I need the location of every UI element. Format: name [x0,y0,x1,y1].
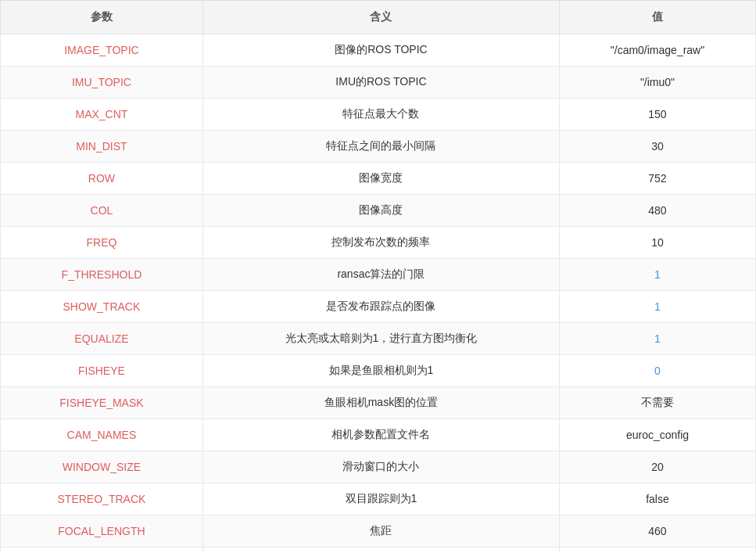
cell-param: FREQ [1,227,203,259]
cell-value: 752 [559,163,755,195]
col-header-param: 参数 [1,1,203,34]
cell-value: 1 [559,259,755,291]
cell-value: 0 [559,355,755,387]
table-row: PUB_THIS_FRAME是否需要发布特征点false [1,548,756,554]
cell-value: 460 [559,515,755,548]
table-row: F_THRESHOLDransac算法的门限1 [1,259,756,291]
cell-meaning: 光太亮或太暗则为1，进行直方图均衡化 [202,323,559,355]
cell-value: 30 [559,131,755,163]
table-row: COL图像高度480 [1,195,756,227]
params-table: 参数 含义 值 IMAGE_TOPIC图像的ROS TOPIC"/cam0/im… [0,0,756,553]
cell-param: FOCAL_LENGTH [1,515,203,548]
cell-meaning: 图像宽度 [202,163,559,195]
cell-value: 10 [559,227,755,259]
cell-param: IMAGE_TOPIC [1,34,203,66]
cell-param: STEREO_TRACK [1,483,203,515]
cell-meaning: ransac算法的门限 [202,259,559,291]
cell-meaning: 焦距 [202,515,559,548]
table-row: STEREO_TRACK双目跟踪则为1false [1,483,756,515]
cell-value: 150 [559,99,755,131]
cell-meaning: 双目跟踪则为1 [202,483,559,515]
cell-value: 480 [559,195,755,227]
cell-meaning: 如果是鱼眼相机则为1 [202,355,559,387]
cell-param: COL [1,195,203,227]
cell-meaning: 特征点之间的最小间隔 [202,131,559,163]
table-row: FISHEYE_MASK鱼眼相机mask图的位置不需要 [1,387,756,419]
cell-value: 20 [559,451,755,483]
table-row: IMAGE_TOPIC图像的ROS TOPIC"/cam0/image_raw" [1,34,756,66]
cell-param: EQUALIZE [1,323,203,355]
cell-param: MIN_DIST [1,131,203,163]
table-row: CAM_NAMES相机参数配置文件名euroc_config [1,419,756,451]
table-row: SHOW_TRACK是否发布跟踪点的图像1 [1,291,756,323]
cell-meaning: 图像高度 [202,195,559,227]
cell-value: "/imu0" [559,66,755,99]
table-row: WINDOW_SIZE滑动窗口的大小20 [1,451,756,483]
cell-value: 1 [559,323,755,355]
cell-value: "/cam0/image_raw" [559,34,755,66]
cell-value: 不需要 [559,387,755,419]
cell-value: 1 [559,291,755,323]
cell-meaning: 滑动窗口的大小 [202,451,559,483]
cell-meaning: 控制发布次数的频率 [202,227,559,259]
cell-param: FISHEYE_MASK [1,387,203,419]
cell-param: PUB_THIS_FRAME [1,548,203,554]
cell-meaning: 是否发布跟踪点的图像 [202,291,559,323]
cell-param: FISHEYE [1,355,203,387]
cell-param: IMU_TOPIC [1,66,203,99]
cell-value: false [559,483,755,515]
cell-meaning: 图像的ROS TOPIC [202,34,559,66]
cell-meaning: 特征点最大个数 [202,99,559,131]
cell-meaning: 是否需要发布特征点 [202,548,559,554]
cell-meaning: 鱼眼相机mask图的位置 [202,387,559,419]
table-row: IMU_TOPICIMU的ROS TOPIC"/imu0" [1,66,756,99]
cell-param: MAX_CNT [1,99,203,131]
col-header-meaning: 含义 [202,1,559,34]
cell-meaning: 相机参数配置文件名 [202,419,559,451]
cell-param: WINDOW_SIZE [1,451,203,483]
table-row: MIN_DIST特征点之间的最小间隔30 [1,131,756,163]
table-row: EQUALIZE光太亮或太暗则为1，进行直方图均衡化1 [1,323,756,355]
table-row: FOCAL_LENGTH焦距460 [1,515,756,548]
cell-value: false [559,548,755,554]
table-row: ROW图像宽度752 [1,163,756,195]
table-header-row: 参数 含义 值 [1,1,756,34]
cell-param: ROW [1,163,203,195]
col-header-value: 值 [559,1,755,34]
cell-param: F_THRESHOLD [1,259,203,291]
cell-meaning: IMU的ROS TOPIC [202,66,559,99]
cell-param: CAM_NAMES [1,419,203,451]
table-row: FREQ控制发布次数的频率10 [1,227,756,259]
cell-value: euroc_config [559,419,755,451]
table-row: MAX_CNT特征点最大个数150 [1,99,756,131]
table-row: FISHEYE如果是鱼眼相机则为10 [1,355,756,387]
cell-param: SHOW_TRACK [1,291,203,323]
